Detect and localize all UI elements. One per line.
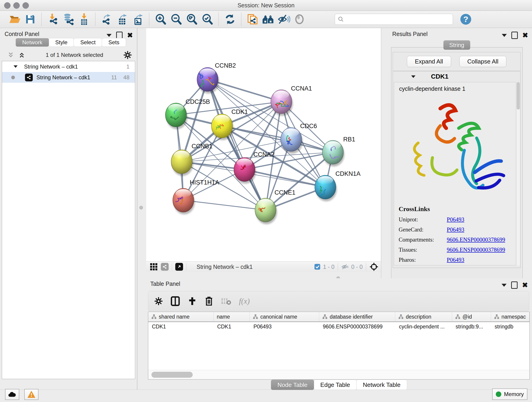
tab-network-table[interactable]: Network Table [356,380,407,390]
tab-string[interactable]: String [443,40,470,50]
gear-icon[interactable] [123,51,132,59]
apply-function-icon[interactable]: f(x) [239,297,250,306]
table-panel-float-button[interactable] [511,281,518,289]
results-panel-float-button[interactable] [511,32,518,39]
crosslink-link[interactable]: P06493 [447,257,464,263]
crosslink-label: GeneCard: [399,226,447,233]
table-cell[interactable]: 9606.ENSP00000378699 [319,322,395,331]
column-header-shared-name[interactable]: shared name [148,312,214,322]
node-CCNA2[interactable]: CCNA2 [234,151,274,184]
tab-network[interactable]: Network [16,38,49,47]
birdseye-view-icon[interactable] [175,263,183,271]
hidden-eye-icon[interactable] [341,263,349,270]
table-cell[interactable]: cyclin-dependent ... [395,322,452,331]
column-header-name[interactable]: name [214,312,250,322]
node-CDKN1A[interactable]: CDKN1A [315,170,361,201]
node-CCNB2[interactable]: CCNB2 [197,62,236,94]
memory-button[interactable]: Memory [492,389,527,400]
node-CDC6[interactable]: CDC6 [281,123,317,154]
node-CDK1[interactable]: CDK1 [211,108,248,140]
import-network-database-button[interactable] [62,13,75,26]
table-cell[interactable]: P06493 [250,322,319,331]
export-network-button[interactable] [100,13,113,26]
column-header-description[interactable]: description [395,312,452,322]
table-row[interactable]: CDK1CDK1P064939606.ENSP00000378699cyclin… [148,322,530,331]
network-canvas[interactable]: CCNB2CCNA1CDC25BCDK1CDC6RB1CCNB1CCNA2CDK… [146,28,381,261]
column-header-namespac[interactable]: namespac [491,312,530,322]
results-panel-menu-button[interactable] [502,34,507,37]
collapse-all-chevron-icon[interactable] [7,51,15,58]
edge-CCNB2-CCNE1[interactable] [208,80,266,210]
crosslink-link[interactable]: 9606.ENSP00000378699 [447,247,505,253]
expand-all-button[interactable]: Expand All [407,56,451,67]
table-cell[interactable]: CDK1 [214,322,250,331]
table-hscrollbar-thumb[interactable] [152,372,193,378]
warning-status-button[interactable] [24,389,38,400]
crosslink-link[interactable]: P06493 [447,226,464,233]
show-columns-icon[interactable] [171,296,180,306]
left-splitter-handle[interactable] [139,206,143,210]
results-scrollbar-track[interactable] [517,82,520,265]
search-input[interactable] [344,16,450,23]
show-all-panels-button[interactable] [262,13,275,26]
table-hscrollbar-track[interactable] [148,370,530,379]
open-file-button[interactable] [8,13,21,26]
crosslink-link[interactable]: P06493 [447,216,464,223]
tab-edge-table[interactable]: Edge Table [314,380,357,390]
delete-column-icon[interactable] [205,296,213,306]
control-panel-close-button[interactable]: ✖ [127,32,133,38]
table-cell[interactable]: stringdb:9... [452,322,491,331]
collection-expand-icon[interactable] [13,65,18,68]
network-collection-row[interactable]: String Network – cdk1 1 [2,61,135,72]
export-image-button[interactable] [132,13,144,26]
zoom-out-button[interactable] [170,13,183,26]
results-panel-close-button[interactable]: ✖ [522,32,528,38]
crosslink-link[interactable]: 9606.ENSP00000378699 [447,236,505,243]
import-network-file-button[interactable] [46,13,59,26]
tab-node-table[interactable]: Node Table [271,380,314,390]
node-CCNB1[interactable]: CCNB1 [171,143,213,176]
refresh-button[interactable] [224,13,236,26]
node-RB1[interactable]: RB1 [322,136,355,167]
delete-table-icon[interactable] [221,297,231,305]
add-column-icon[interactable] [188,297,197,306]
cloud-status-button[interactable] [5,389,19,400]
column-header-canonical-name[interactable]: canonical name [250,312,319,322]
table-cell[interactable]: CDK1 [148,322,214,331]
zoom-in-button[interactable] [154,13,167,26]
network-row[interactable]: String Network – cdk1 11 48 [2,72,135,83]
dim-view-button[interactable] [293,13,306,26]
column-header-id[interactable]: @id [452,312,491,322]
fit-content-button[interactable] [185,13,198,26]
column-header-database-identifier[interactable]: database identifier [319,312,395,322]
hide-panels-button[interactable] [278,13,290,26]
export-table-button[interactable] [116,13,129,26]
zoom-selected-button[interactable] [201,13,214,26]
collapse-all-button[interactable]: Collapse All [459,56,507,67]
help-button[interactable]: ? [459,13,472,26]
save-session-button[interactable] [24,13,37,26]
table-settings-gear-icon[interactable] [154,297,163,306]
table-panel-menu-button[interactable] [501,284,507,287]
network-share-icon[interactable] [161,263,169,271]
selected-checkbox-icon[interactable] [314,263,321,270]
expand-all-chevron-icon[interactable] [18,51,26,58]
crosshair-icon[interactable] [369,262,379,271]
node-HIST1H1A[interactable]: HIST1H1A [173,179,219,215]
grid-view-icon[interactable] [150,263,158,271]
control-panel-menu-button[interactable] [107,34,112,37]
node-CCNE1[interactable]: CCNE1 [255,189,296,224]
tab-style[interactable]: Style [49,38,74,47]
import-table-button[interactable] [78,13,90,26]
table-panel-close-button[interactable]: ✖ [522,282,528,288]
clone-network-button[interactable] [246,13,259,26]
results-scrollbar-thumb[interactable] [517,82,520,109]
section-collapse-icon[interactable] [411,75,416,78]
tab-select[interactable]: Select [74,38,102,47]
node-section-header[interactable]: CDK1 [393,71,520,82]
edge-CCNA2-CDKN1A[interactable] [244,170,325,187]
edge-HIST1H1A-CCNE1[interactable] [183,200,266,210]
tab-sets[interactable]: Sets [102,38,126,47]
table-cell[interactable]: stringdb [491,322,530,331]
network-graph[interactable]: CCNB2CCNA1CDC25BCDK1CDC6RB1CCNB1CCNA2CDK… [146,28,381,261]
